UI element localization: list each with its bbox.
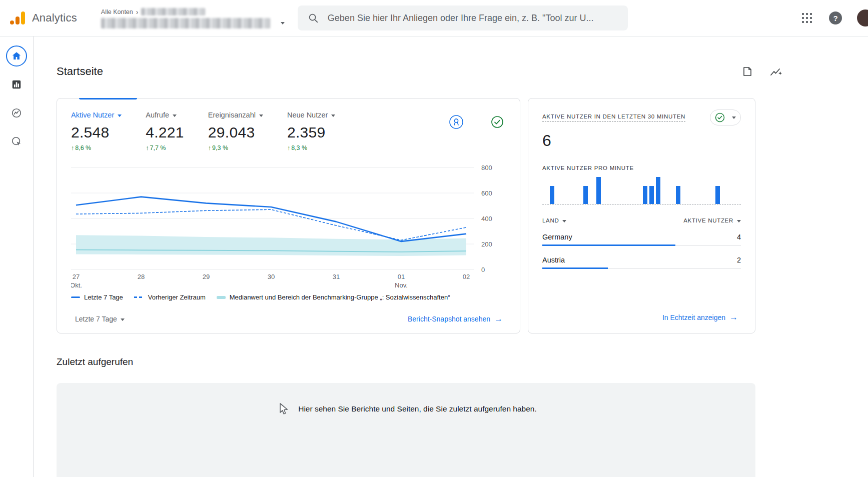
country-value: 2 [737, 256, 741, 264]
svg-text:800: 800 [481, 164, 492, 172]
metric-delta: ↑7,7 % [146, 144, 184, 152]
recent-empty-message: Hier sehen Sie Berichte und Seiten, die … [298, 404, 537, 414]
country-bar-track [542, 268, 741, 270]
sidebar-item-explore[interactable] [6, 102, 27, 124]
chevron-down-icon[interactable] [173, 114, 177, 117]
bar-chart-icon [11, 79, 22, 90]
metric-value: 2.548 [71, 124, 122, 141]
check-circle-icon [715, 112, 725, 122]
metric-label[interactable]: Aktive Nutzer [71, 111, 114, 119]
active-users-column-header[interactable]: AKTIVE NUTZER [683, 218, 741, 224]
country-bar-fill [542, 268, 608, 269]
metric-event-count[interactable]: Ereignisanzahl 29.043 ↑9,3 % [208, 110, 263, 152]
svg-text:600: 600 [481, 190, 492, 197]
metric-new-users[interactable]: Neue Nutzer 2.359 ↑8,3 % [287, 110, 335, 152]
note-icon [741, 66, 753, 78]
global-search[interactable] [298, 6, 628, 30]
data-quality-button[interactable] [489, 114, 506, 130]
redacted-account-name [141, 8, 205, 16]
minute-chart-baseline [542, 204, 741, 204]
recent-empty-state: Hier sehen Sie Berichte und Seiten, die … [57, 383, 755, 477]
metric-value: 29.043 [208, 124, 263, 141]
realtime-title: AKTIVE NUTZER IN DEN LETZTEN 30 MINUTEN [542, 114, 685, 122]
chevron-down-icon [737, 220, 741, 222]
redacted-property-name [101, 18, 270, 28]
advertising-icon [11, 136, 22, 147]
insights-button[interactable] [767, 64, 784, 80]
country-value: 4 [737, 233, 741, 241]
metric-delta: ↑8,6 % [71, 144, 122, 152]
up-arrow-icon: ↑ [71, 144, 74, 152]
metric-label[interactable]: Ereignisanzahl [208, 111, 256, 119]
svg-text:01: 01 [398, 273, 405, 280]
app-header: Analytics Alle Konten › [0, 0, 868, 36]
insights-icon [769, 66, 782, 78]
product-name: Analytics [32, 12, 77, 24]
metric-value: 4.221 [146, 124, 184, 141]
metric-views[interactable]: Aufrufe 4.221 ↑7,7 % [146, 110, 184, 152]
arrow-right-icon: → [494, 314, 503, 324]
benchmarking-icon [449, 114, 464, 130]
per-minute-title: AKTIVE NUTZER PRO MINUTE [542, 165, 741, 171]
sidebar-item-reports[interactable] [6, 74, 27, 95]
view-realtime-link[interactable]: In Echtzeit anzeigen → [659, 312, 741, 323]
country-column-header[interactable]: LAND [542, 218, 566, 224]
account-breadcrumb: Alle Konten › [101, 8, 285, 28]
report-snapshot-link[interactable]: Bericht-Snapshot ansehen → [405, 314, 506, 324]
table-row: Germany 4 [542, 233, 741, 246]
overview-card: Aktive Nutzer 2.548 ↑8,6 % Aufrufe 4.221… [57, 98, 520, 334]
solid-line-swatch [71, 296, 80, 298]
search-input[interactable] [327, 12, 618, 24]
check-circle-icon [491, 116, 504, 128]
svg-text:400: 400 [481, 215, 492, 222]
apps-grid-icon [802, 13, 812, 23]
help-button[interactable]: ? [827, 10, 844, 26]
benchmarking-button[interactable] [447, 112, 466, 132]
apps-grid-button[interactable] [800, 11, 814, 25]
left-nav [0, 36, 34, 477]
metric-delta: ↑8,3 % [287, 144, 335, 152]
svg-text:Nov.: Nov. [395, 282, 408, 289]
cursor-icon [275, 401, 290, 417]
dashed-line-swatch [134, 296, 144, 298]
metric-label[interactable]: Neue Nutzer [287, 111, 328, 119]
metric-delta: ↑9,3 % [208, 144, 263, 152]
sidebar-item-home[interactable] [6, 46, 27, 66]
chevron-down-icon [562, 220, 566, 222]
user-avatar[interactable] [857, 10, 868, 26]
legend-item-last-7-days: Letzte 7 Tage [71, 294, 123, 301]
country-name: Austria [542, 256, 565, 264]
metric-label[interactable]: Aufrufe [146, 111, 169, 119]
page-notes-button[interactable] [739, 64, 755, 80]
band-swatch [217, 296, 226, 299]
data-quality-selector[interactable] [710, 110, 741, 126]
active-tab-indicator [79, 98, 137, 100]
up-arrow-icon: ↑ [208, 144, 211, 152]
realtime-card: AKTIVE NUTZER IN DEN LETZTEN 30 MINUTEN … [528, 98, 755, 334]
analytics-logo[interactable]: Analytics [10, 12, 77, 24]
trend-chart: 020040060080027Okt.2829303101Nov.02 [71, 162, 503, 290]
svg-text:200: 200 [481, 240, 492, 248]
chevron-down-icon[interactable] [331, 114, 335, 117]
main-content: Startseite Aktive Nutzer [34, 36, 868, 477]
search-icon [308, 12, 319, 24]
date-range-selector[interactable]: Letzte 7 Tage [71, 312, 129, 326]
property-switcher[interactable] [101, 18, 285, 28]
up-arrow-icon: ↑ [146, 144, 149, 152]
up-arrow-icon: ↑ [287, 144, 290, 152]
chevron-right-icon: › [136, 8, 139, 16]
table-row: Austria 2 [542, 256, 741, 270]
chevron-down-icon [732, 116, 736, 119]
active-users-count: 6 [542, 132, 741, 150]
svg-text:29: 29 [203, 273, 210, 280]
all-accounts-label: Alle Konten [101, 8, 133, 16]
sidebar-item-advertising[interactable] [6, 131, 27, 152]
explore-icon [11, 108, 22, 118]
svg-text:0: 0 [481, 266, 485, 274]
country-bar-track [542, 244, 741, 246]
chevron-down-icon[interactable] [259, 114, 263, 117]
metric-active-users[interactable]: Aktive Nutzer 2.548 ↑8,6 % [71, 110, 122, 152]
home-icon [11, 50, 22, 62]
chevron-down-icon[interactable] [118, 114, 122, 117]
country-name: Germany [542, 233, 572, 241]
